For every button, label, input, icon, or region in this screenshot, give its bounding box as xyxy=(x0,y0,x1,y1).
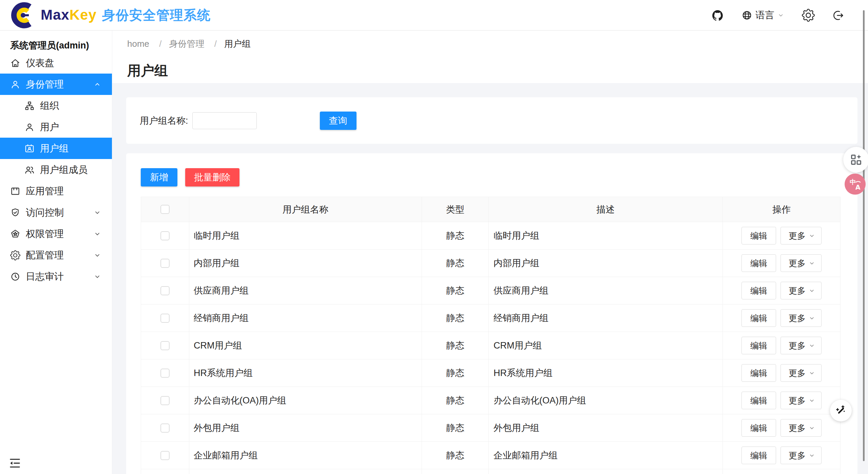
chevron-icon xyxy=(94,81,101,88)
table-row: 内部用户组 静态 内部用户组 编辑 更多 xyxy=(141,250,840,277)
sidebar-item-label: 配置管理 xyxy=(26,249,64,262)
more-button[interactable]: 更多 xyxy=(780,282,822,299)
user-icon xyxy=(10,79,20,90)
more-button-label: 更多 xyxy=(789,450,806,461)
sidebar-nav: 仪表盘 身份管理 组织 xyxy=(0,52,112,287)
edit-button[interactable]: 编辑 xyxy=(741,254,776,272)
chevron-icon xyxy=(94,273,101,280)
breadcrumb-link: 用户组 xyxy=(224,39,251,49)
group-name-cell: 经销商用户组 xyxy=(189,304,422,332)
more-button[interactable]: 更多 xyxy=(780,309,822,327)
edit-button[interactable]: 编辑 xyxy=(741,282,776,299)
row-checkbox[interactable] xyxy=(160,286,170,295)
svg-text:中: 中 xyxy=(850,178,856,185)
group-name-input[interactable] xyxy=(192,112,257,129)
language-selector[interactable]: 语言 xyxy=(741,9,784,22)
magic-wand-fab-button[interactable] xyxy=(830,400,852,421)
vertical-scrollbar-thumb[interactable] xyxy=(863,10,865,461)
sidebar-item[interactable]: 日志审计 xyxy=(0,266,112,287)
more-button[interactable]: 更多 xyxy=(780,227,822,244)
sidebar-item[interactable]: 配置管理 xyxy=(0,244,112,266)
query-button[interactable]: 查询 xyxy=(320,112,356,130)
wand-icon xyxy=(835,404,847,417)
github-icon[interactable] xyxy=(711,9,724,22)
chevron-down-icon xyxy=(809,425,815,431)
more-button[interactable]: 更多 xyxy=(780,337,822,354)
edit-button[interactable]: 编辑 xyxy=(741,392,776,409)
row-checkbox[interactable] xyxy=(160,231,170,240)
edit-button[interactable]: 编辑 xyxy=(741,419,776,437)
edit-button[interactable]: 编辑 xyxy=(741,227,776,244)
gear-icon xyxy=(10,250,20,260)
settings-gear-icon[interactable] xyxy=(802,9,815,22)
add-button[interactable]: 新增 xyxy=(141,168,177,186)
breadcrumb-link[interactable]: home xyxy=(127,39,149,49)
sidebar-collapse-button[interactable] xyxy=(8,456,22,470)
more-button[interactable]: 更多 xyxy=(780,254,822,272)
sidebar-item-label: 身份管理 xyxy=(26,78,64,91)
org-icon xyxy=(24,101,35,111)
sidebar-item-label: 日志审计 xyxy=(26,270,64,283)
group-desc-cell: 办公自动化(OA)用户组 xyxy=(489,387,723,414)
breadcrumb-item: home / xyxy=(127,39,169,49)
group-desc-cell: CRM用户组 xyxy=(489,332,723,359)
table-body: 临时用户组 静态 临时用户组 编辑 更多 xyxy=(141,222,840,469)
more-button[interactable]: 更多 xyxy=(780,419,822,437)
brand: Max Key 身份安全管理系统 xyxy=(10,2,211,28)
translate-fab-button[interactable]: 中A xyxy=(845,174,866,195)
sidebar-item[interactable]: 用户组 xyxy=(0,138,112,159)
shield-check-icon xyxy=(10,208,20,218)
row-checkbox[interactable] xyxy=(160,423,170,433)
breadcrumb-link[interactable]: 身份管理 xyxy=(169,39,205,49)
column-header-name: 用户组名称 xyxy=(189,197,422,222)
chevron-down-icon xyxy=(809,315,815,321)
table-row-partial xyxy=(141,469,840,474)
sidebar-item-label: 组织 xyxy=(40,99,59,112)
sidebar-item-label: 权限管理 xyxy=(26,228,64,240)
sidebar-item[interactable]: 组织 xyxy=(0,95,112,116)
table-header-row: 用户组名称 类型 描述 操作 xyxy=(141,197,840,222)
group-type-cell: 静态 xyxy=(422,277,489,304)
sidebar-item-label: 用户 xyxy=(40,121,59,134)
table-row: 供应商用户组 静态 供应商用户组 编辑 更多 xyxy=(141,277,840,304)
sidebar-item[interactable]: 仪表盘 xyxy=(0,52,112,74)
sidebar-item[interactable]: 应用管理 xyxy=(0,180,112,202)
extensions-fab-button[interactable] xyxy=(843,147,868,173)
table-row: 经销商用户组 静态 经销商用户组 编辑 更多 xyxy=(141,304,840,332)
globe-icon xyxy=(741,10,752,21)
apps-sparkle-icon xyxy=(849,153,863,166)
row-checkbox[interactable] xyxy=(160,314,170,323)
chevron-icon xyxy=(94,252,101,259)
row-checkbox[interactable] xyxy=(160,341,170,350)
row-checkbox[interactable] xyxy=(160,396,170,405)
row-checkbox[interactable] xyxy=(160,259,170,268)
edit-button[interactable]: 编辑 xyxy=(741,337,776,354)
select-all-checkbox[interactable] xyxy=(160,205,170,214)
column-header-type: 类型 xyxy=(422,197,489,222)
more-button-label: 更多 xyxy=(789,340,806,351)
sidebar-item[interactable]: 身份管理 xyxy=(0,74,112,95)
edit-button[interactable]: 编辑 xyxy=(741,447,776,464)
edit-button[interactable]: 编辑 xyxy=(741,309,776,327)
brand-title: Max Key 身份安全管理系统 xyxy=(41,6,211,24)
sidebar-item[interactable]: 用户 xyxy=(0,116,112,138)
user-groups-table: 用户组名称 类型 描述 操作 临时用户组 静态 临时用户组 编辑 xyxy=(141,197,841,474)
sidebar-item-label: 仪表盘 xyxy=(26,57,54,70)
edit-button[interactable]: 编辑 xyxy=(741,364,776,382)
more-button[interactable]: 更多 xyxy=(780,447,822,464)
breadcrumb-item: 身份管理 / xyxy=(169,38,224,50)
row-checkbox[interactable] xyxy=(160,451,170,460)
brand-name-secondary: Key xyxy=(70,7,97,23)
sidebar-item[interactable]: 用户组成员 xyxy=(0,159,112,180)
chevron-down-icon xyxy=(809,233,815,239)
group-desc-cell: 外包用户组 xyxy=(489,414,723,441)
row-checkbox[interactable] xyxy=(160,369,170,378)
more-button[interactable]: 更多 xyxy=(780,364,822,382)
batch-delete-button[interactable]: 批量删除 xyxy=(185,168,239,186)
logout-icon[interactable] xyxy=(832,9,844,21)
sidebar-item[interactable]: 访问控制 xyxy=(0,202,112,223)
table-row: 临时用户组 静态 临时用户组 编辑 更多 xyxy=(141,222,840,250)
more-button[interactable]: 更多 xyxy=(780,392,822,409)
sidebar: 系统管理员(admin) 仪表盘 身份管理 组织 xyxy=(0,31,112,474)
sidebar-item[interactable]: 权限管理 xyxy=(0,223,112,244)
